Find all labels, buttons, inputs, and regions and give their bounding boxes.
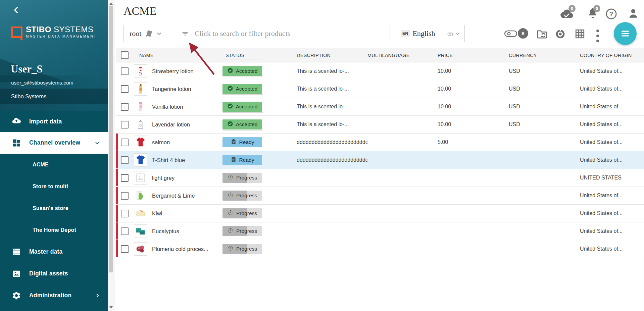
row-checkbox[interactable] (121, 192, 129, 200)
currency-cell: USD (509, 68, 580, 74)
sidebar-item-channel-overview[interactable]: Channel overview (0, 132, 108, 154)
price-cell: 10.00 (438, 104, 509, 110)
sidebar-item-label: Administration (29, 292, 71, 299)
row-checkbox[interactable] (121, 103, 129, 111)
product-name: T-Shirt 4 blue (152, 157, 185, 163)
sidebar-item-store-to-multi[interactable]: Store to multi (0, 175, 108, 197)
status-progress-line (222, 130, 263, 131)
search-input[interactable] (194, 29, 386, 38)
column-header-multilanguage[interactable]: MULTILANGUAGE (367, 53, 438, 58)
more-options-icon[interactable] (596, 29, 600, 39)
status-badge: Progress (222, 244, 262, 254)
product-thumbnail (134, 189, 147, 202)
product-name: Strawberry lotion (152, 68, 194, 74)
sidebar-item-susan-s-store[interactable]: Susan's store (0, 197, 108, 219)
table-row[interactable]: Plumeria cold proces... Progress United … (116, 240, 644, 258)
row-checkbox[interactable] (121, 156, 129, 164)
row-checkbox[interactable] (121, 121, 129, 128)
root-hierarchy-selector[interactable]: root (123, 25, 166, 42)
sidebar-item-import-data[interactable]: Import data (0, 111, 108, 132)
chevron-right-icon (94, 292, 101, 299)
sidebar-scrollbar[interactable] (108, 0, 114, 311)
sidebar-item-acme[interactable]: ACME (0, 154, 108, 175)
scroll-up-icon[interactable] (109, 2, 113, 5)
row-checkbox[interactable] (121, 227, 129, 235)
help-icon[interactable]: ? (605, 8, 617, 20)
table-row[interactable]: salmon Ready ddddddddddddddddddddddddd 5… (116, 134, 644, 151)
table-row[interactable]: Kiwi Progress United States of... (116, 205, 644, 222)
language-label: English (412, 29, 435, 38)
status-icon (231, 156, 239, 164)
table-row[interactable]: Lavendar lotion Accepted This is a scent… (116, 116, 644, 134)
column-header-name[interactable]: NAME (133, 53, 222, 58)
country-cell: United States of... (580, 68, 644, 74)
sidebar-collapse-icon[interactable] (12, 6, 20, 14)
logo-brand-light: SYSTEMS (54, 25, 93, 34)
price-cell: 10.00 (438, 86, 509, 92)
sidebar-item-digital-assets[interactable]: Digital assets (0, 263, 108, 284)
status-badge: Progress (222, 208, 262, 218)
country-cell: United States of... (580, 139, 644, 145)
image-icon (12, 269, 21, 278)
compare-toggle-icon[interactable] (504, 29, 517, 38)
country-cell: United States of... (580, 104, 644, 110)
status-badge: Progress (222, 226, 262, 236)
row-checkbox[interactable] (121, 139, 129, 146)
country-cell: United States of... (580, 157, 644, 163)
column-header-currency[interactable]: CURRENCY (509, 53, 580, 58)
row-checkbox[interactable] (121, 245, 129, 253)
sidebar-item-administration[interactable]: Administration (0, 284, 108, 306)
sidebar-item-master-data[interactable]: Master data (0, 241, 108, 263)
menu-fab-button[interactable] (614, 22, 637, 45)
status-progress-line (222, 94, 263, 95)
product-name: Bergamot & Lime (152, 193, 195, 199)
page-title: ACME (123, 5, 156, 17)
logo-tagline: MASTER DATA MANAGEMENT (26, 35, 97, 38)
product-search-bar[interactable] (173, 25, 390, 42)
status-label: Progress (236, 228, 257, 234)
row-checkbox[interactable] (121, 174, 129, 182)
root-selector-label: root (130, 29, 141, 38)
table-row[interactable]: light grey Progress UNITED STATES (116, 169, 644, 187)
preview-eye-icon[interactable] (555, 29, 566, 40)
table-row[interactable]: Eucalyptus Progress United States of... (116, 222, 644, 240)
folder-sync-icon[interactable] (536, 28, 548, 40)
sidebar-item-label: Digital assets (29, 270, 68, 277)
table-row[interactable]: T-Shirt 4 blue Ready ddddddddddddddddddd… (116, 151, 644, 169)
price-cell: 10.00 (438, 68, 509, 74)
column-header-description[interactable]: DESCRIPTION (297, 53, 367, 58)
row-checkbox[interactable] (121, 67, 129, 75)
column-header-status[interactable]: STATUS (222, 53, 297, 58)
row-checkbox[interactable] (121, 210, 129, 217)
product-name: Eucalyptus (152, 228, 179, 235)
organization-name: Stibo Systems (11, 93, 46, 100)
description-cell: ddddddddddddddddddddddddd (297, 139, 367, 145)
user-avatar-icon[interactable] (627, 7, 639, 19)
status-badge: Accepted (222, 66, 262, 76)
country-cell: United States of... (580, 121, 644, 127)
select-all-checkbox[interactable] (121, 51, 129, 59)
product-thumbnail (134, 207, 147, 220)
status-label: Accepted (236, 121, 258, 127)
sidebar-item-the-home-depot[interactable]: The Home Depot (0, 219, 108, 241)
table-row[interactable]: Strawberry lotion Accepted This is a sce… (116, 62, 644, 80)
table-view-icon[interactable] (575, 29, 585, 39)
stibo-systems-logo: STIBO SYSTEMS MASTER DATA MANAGEMENT (11, 25, 97, 38)
column-header-price[interactable]: PRICE (438, 53, 509, 58)
app-window: STIBO SYSTEMS MASTER DATA MANAGEMENT Use… (0, 0, 644, 311)
status-label: Accepted (236, 104, 258, 110)
table-row[interactable]: Vanilla lotion Accepted This is a scente… (116, 98, 644, 116)
scroll-down-icon[interactable] (109, 306, 113, 309)
column-header-country[interactable]: COUNTRY OF ORIGIN (580, 53, 644, 58)
table-row[interactable]: Tangerine lotion Accepted This is a scen… (116, 80, 644, 98)
status-label: Progress (236, 193, 257, 199)
sidebar-item-label: Master data (29, 248, 62, 255)
product-thumbnail (134, 224, 147, 238)
row-checkbox[interactable] (121, 85, 129, 93)
table-row[interactable]: Bergamot & Lime Progress United States o… (116, 187, 644, 205)
scrollbar-thumb[interactable] (109, 6, 113, 272)
status-icon (228, 192, 236, 199)
country-cell: United States of... (580, 86, 644, 92)
svg-text:?: ? (609, 10, 613, 17)
language-selector[interactable]: EN English en (396, 25, 465, 42)
